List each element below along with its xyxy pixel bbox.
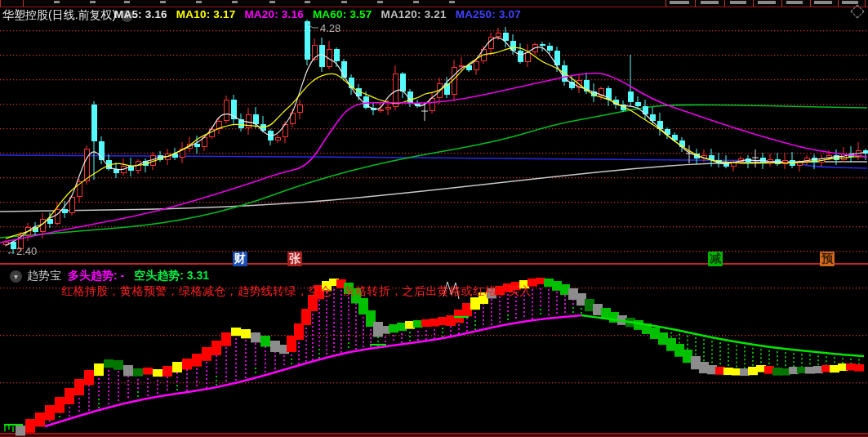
indicator-title: 趋势宝 [27,269,61,283]
top-toolbar-strip [0,0,868,7]
bull-trend-label: 多头趋势: - [68,269,124,283]
ma60-label: MA60: 3.57 [313,8,372,20]
ma20-label: MA20: 3.16 [244,8,304,20]
peak-price-label: 4.28 [320,22,341,34]
toolbar-icon-fragment [670,1,689,4]
toolbar-icon-fragment [814,1,832,4]
watermark-jian: 减 [708,252,723,266]
ma10-label: MA10: 3.17 [176,8,236,20]
toolbar-glyph-fragment [449,1,455,3]
bear-trend-label: 空头趋势: 3.31 [134,269,209,283]
watermark-cai: 财 [233,252,247,266]
ma120-label: MA120: 3.21 [381,8,446,20]
toolbar-separator [865,0,866,7]
ma-legend: MA5: 3.16 MA10: 3.17 MA20: 3.16 MA60: 3.… [114,8,521,20]
toolbar-separator [23,0,24,7]
toolbar-glyph-fragment [124,1,130,3]
watermark-yu: 预 [820,252,835,266]
ma5-label: MA5: 3.16 [114,8,167,20]
toolbar-glyph-fragment [196,1,202,3]
toolbar-separator [810,0,811,7]
toolbar-glyph-fragment [377,1,383,3]
toolbar-icon-fragment [786,1,803,4]
low-price-label: ←2.40 [6,245,37,257]
toolbar-glyph-fragment [305,1,310,3]
toolbar-separator [695,0,696,7]
toolbar-icon-fragment [701,1,719,4]
toolbar-glyph-fragment [160,1,166,3]
toolbar-separator [753,0,754,7]
toolbar-separator [781,0,782,7]
chart-canvas[interactable] [0,0,868,437]
ma250-label: MA250: 3.07 [456,8,521,20]
toolbar-glyph-fragment [232,1,238,3]
toolbar-icon-fragment [758,1,776,4]
toolbar-glyph-fragment [413,1,419,3]
indicator-header: ▾ 趋势宝 多头趋势: - 空头趋势: 3.31 [5,269,209,283]
toolbar-glyph-fragment [269,1,275,3]
indicator-instruction-text: 红格持股，黄格预警，绿格减仓，趋势线转绿，空仓 灰格转折，之后出黄格或红格，买入 [61,284,532,299]
toolbar-glyph-fragment [54,1,60,3]
toolbar-glyph-fragment [90,1,96,3]
stock-title: 华塑控股(日线.前复权) [2,8,116,23]
trading-terminal: 华塑控股(日线.前复权) ▾ MA5: 3.16 MA10: 3.17 MA20… [0,0,868,437]
collapse-indicator-icon[interactable]: ▾ [10,270,22,283]
toolbar-separator [838,0,839,7]
watermark-zhang: 张 [287,252,302,266]
toolbar-separator [0,0,1,7]
toolbar-icon-fragment [842,1,858,4]
toolbar-icon-fragment [730,1,746,4]
toolbar-separator [724,0,725,7]
toolbar-glyph-fragment [341,1,347,3]
toolbar-separator [665,0,666,7]
